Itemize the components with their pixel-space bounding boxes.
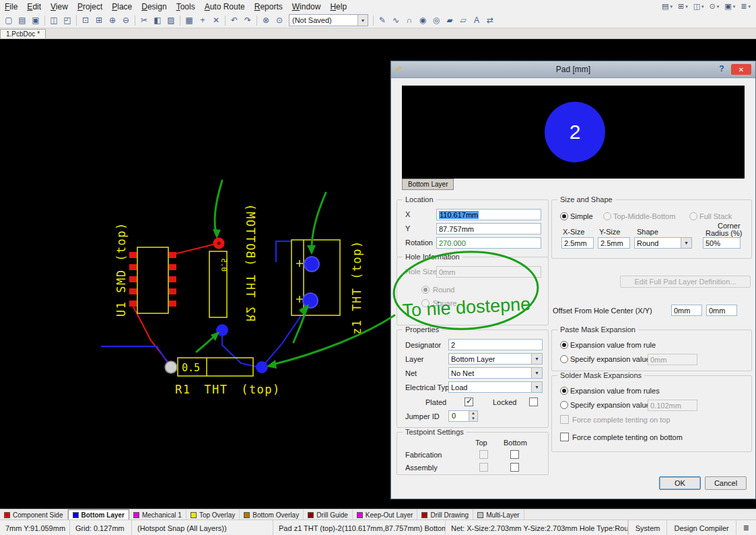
net-select[interactable]: No Net <box>448 367 543 379</box>
menu-project[interactable]: Project <box>73 1 107 12</box>
layer-tab-top-overlay[interactable]: Top Overlay <box>186 509 240 520</box>
paste-rule-radio[interactable] <box>560 341 568 349</box>
cross-probe-icon[interactable]: ⊗ <box>259 14 273 26</box>
pad-r2-bottom[interactable] <box>216 324 228 336</box>
layer-select[interactable]: Bottom Layer <box>448 353 543 365</box>
y-field[interactable]: 87.757mm <box>436 223 541 234</box>
y-size-field[interactable]: 2.5mm <box>598 237 630 249</box>
x-size-field[interactable]: 2.5mm <box>561 237 594 249</box>
save-icon[interactable]: ▣ <box>29 14 42 26</box>
component-r1[interactable]: 0.5 R1 THT (top) <box>165 358 281 396</box>
fill-icon[interactable]: ▰ <box>443 14 456 26</box>
snap-options-icon[interactable]: ⊙▾ <box>708 2 721 11</box>
interactive-route-icon[interactable]: ∿ <box>389 14 403 26</box>
shape-select[interactable]: Round <box>634 237 692 249</box>
close-icon[interactable]: ✕ <box>731 64 751 75</box>
new-document-icon[interactable]: ▢ <box>2 14 15 26</box>
polygon-icon[interactable]: ▱ <box>456 14 470 26</box>
board-config-icon[interactable]: ▤▾ <box>660 2 674 11</box>
solder-specify-radio[interactable] <box>560 401 568 409</box>
paste-icon[interactable]: ▨ <box>164 14 178 26</box>
print-icon[interactable]: ◫ <box>47 14 61 26</box>
select-area-icon[interactable]: ▦ <box>182 14 196 26</box>
zoom-in-icon[interactable]: ⊕ <box>106 14 119 26</box>
component-u1[interactable]: U1 SMD (top) <box>114 222 176 317</box>
document-name-combo[interactable]: (Not Saved)▾ <box>289 14 368 26</box>
clear-filter-icon[interactable]: ✕ <box>209 14 223 26</box>
locked-checkbox[interactable] <box>529 398 538 406</box>
rotation-field[interactable]: 270.000 <box>436 237 541 249</box>
assembly-bottom-checkbox[interactable] <box>510 463 519 472</box>
full-stack-radio[interactable] <box>689 212 697 220</box>
designator-field[interactable]: 2 <box>448 339 543 350</box>
zoom-area-icon[interactable]: ⊞ <box>92 14 106 26</box>
jumper-id-arrows[interactable]: ▲▼ <box>469 411 477 421</box>
annotate-icon[interactable]: ✎ <box>376 14 389 26</box>
trace-bottom-1[interactable] <box>101 346 170 366</box>
menu-reports[interactable]: Reports <box>250 1 287 12</box>
ok-button[interactable]: OK <box>659 476 701 490</box>
offset-y-field[interactable]: 0mm <box>706 305 737 316</box>
cancel-button[interactable]: Cancel <box>705 476 747 490</box>
cut-icon[interactable]: ✂ <box>137 14 151 26</box>
pad-z1-2[interactable] <box>303 293 318 308</box>
dimension-icon[interactable]: ⇄ <box>483 14 497 26</box>
layer-tab-component-side[interactable]: Component Side <box>0 509 68 520</box>
pad-icon[interactable]: ◉ <box>416 14 429 26</box>
top-middle-bottom-radio[interactable] <box>603 212 611 220</box>
string-icon[interactable]: A <box>470 14 483 26</box>
pad-r1-1[interactable] <box>165 361 177 373</box>
dialog-title-bar[interactable]: ✎ Pad [mm] ? ✕ <box>391 61 755 78</box>
plated-checkbox[interactable] <box>465 398 473 406</box>
corner-radius-field[interactable]: 50% <box>703 237 741 249</box>
layer-tab-multi-layer[interactable]: Multi-Layer <box>473 509 524 520</box>
component-r2[interactable]: 0.5 R2 THT (BOTTOM) <box>209 203 257 336</box>
menu-view[interactable]: View <box>46 1 73 12</box>
layer-tab-drill-guide[interactable]: Drill Guide <box>304 509 353 520</box>
solder-rule-radio[interactable] <box>560 387 568 395</box>
menu-auto-route[interactable]: Auto Route <box>200 1 250 12</box>
menu-design[interactable]: Design <box>137 1 171 12</box>
layer-tab-bottom-overlay[interactable]: Bottom Overlay <box>240 509 304 520</box>
menu-help[interactable]: Help <box>325 1 351 12</box>
design-compiler-panel-button[interactable]: Design Compiler <box>666 520 735 535</box>
redo-icon[interactable]: ↷ <box>241 14 254 26</box>
help-icon[interactable]: ? <box>716 64 727 75</box>
pad-z1-1[interactable] <box>304 257 319 272</box>
menu-window[interactable]: Window <box>287 1 326 12</box>
tab-pcbdoc[interactable]: 1.PcbDoc * <box>0 29 46 38</box>
panels-icon[interactable]: ≣▾ <box>739 2 752 11</box>
print-preview-icon[interactable]: ◰ <box>61 14 74 26</box>
simple-radio[interactable] <box>560 212 568 220</box>
menu-file[interactable]: File <box>0 1 22 12</box>
pad-r1-2[interactable] <box>256 361 268 373</box>
move-selection-icon[interactable]: + <box>196 14 209 26</box>
copy-icon[interactable]: ◧ <box>151 14 164 26</box>
zoom-fit-icon[interactable]: ⊡ <box>79 14 92 26</box>
menu-place[interactable]: Place <box>107 1 137 12</box>
zoom-out-icon[interactable]: ⊖ <box>119 14 133 26</box>
via-icon[interactable]: ◎ <box>429 14 443 26</box>
menu-tools[interactable]: Tools <box>172 1 200 12</box>
component-z1[interactable]: z1 THT (top) <box>291 240 364 335</box>
layer-tab-mechanical-1[interactable]: Mechanical 1 <box>129 509 186 520</box>
grid-manager-icon[interactable]: ⊞▾ <box>677 2 689 11</box>
layer-tab-drill-drawing[interactable]: Drill Drawing <box>417 509 473 520</box>
jumper-id-stepper[interactable]: 0 ▲▼ <box>448 410 478 422</box>
open-icon[interactable]: ▤ <box>15 14 29 26</box>
menu-edit[interactable]: Edit <box>22 1 46 12</box>
arc-icon[interactable]: ∩ <box>403 14 416 26</box>
panels-toggle-icon[interactable]: ≣ <box>736 520 756 535</box>
paste-specify-radio[interactable] <box>560 355 568 363</box>
fabrication-bottom-checkbox[interactable] <box>510 450 519 459</box>
tenting-bottom-checkbox[interactable] <box>560 433 569 441</box>
undo-icon[interactable]: ↶ <box>228 14 241 26</box>
system-panel-button[interactable]: System <box>628 520 667 535</box>
browse-icon[interactable]: ⊙ <box>273 14 286 26</box>
x-field[interactable]: 110.617mm <box>436 209 541 220</box>
workspace-icon[interactable]: ▣▾ <box>723 2 736 11</box>
preview-layer-tab[interactable]: Bottom Layer <box>402 179 454 190</box>
electrical-type-select[interactable]: Load <box>448 381 543 393</box>
layer-tab-keep-out-layer[interactable]: Keep-Out Layer <box>353 509 418 520</box>
trace-top-2[interactable] <box>133 307 168 363</box>
